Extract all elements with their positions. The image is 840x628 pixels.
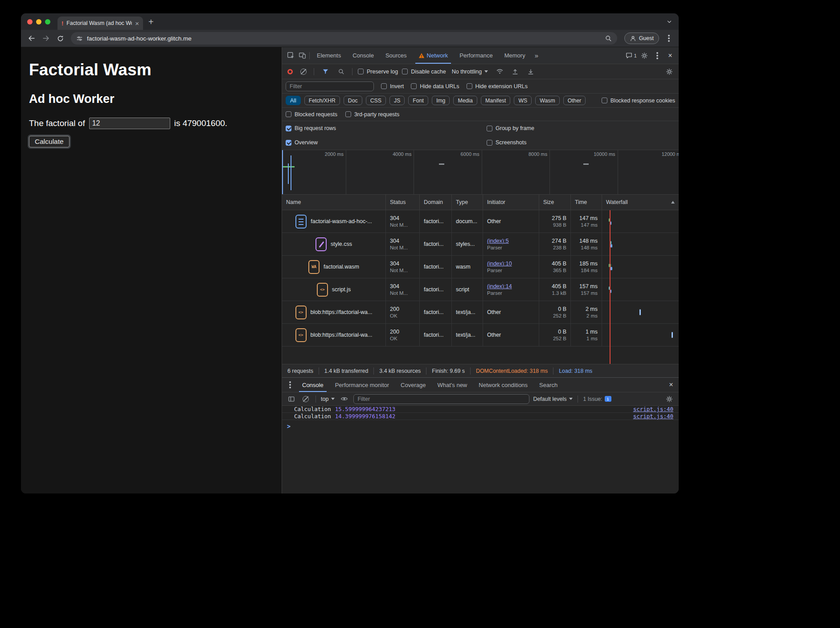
column-header-size[interactable]: Size <box>539 195 571 210</box>
devtools-tab-console[interactable]: Console <box>347 47 380 64</box>
filter-chip-all[interactable]: All <box>286 96 301 105</box>
export-har-icon[interactable] <box>525 66 537 77</box>
console-sidebar-icon[interactable] <box>286 393 297 405</box>
hide-data-urls-checkbox[interactable]: Hide data URLs <box>411 83 459 90</box>
drawer-tab-search[interactable]: Search <box>533 378 563 392</box>
back-button[interactable] <box>25 32 38 45</box>
filter-chip-js[interactable]: JS <box>389 96 405 105</box>
table-row[interactable]: <>script.js304Not M...factori...script(i… <box>282 278 679 301</box>
overview-checkbox[interactable]: Overview <box>286 135 487 150</box>
drawer-close-icon[interactable]: × <box>665 379 677 391</box>
timeline-brush-edge[interactable] <box>282 150 283 194</box>
filter-chip-media[interactable]: Media <box>453 96 477 105</box>
devtools-tab-elements[interactable]: Elements <box>311 47 347 64</box>
site-settings-icon[interactable] <box>76 35 83 42</box>
filter-chip-manifest[interactable]: Manifest <box>481 96 510 105</box>
screenshots-checkbox[interactable]: Screenshots <box>487 135 675 150</box>
blocked-requests-checkbox[interactable]: Blocked requests <box>286 111 337 118</box>
filter-chip-fetch-xhr[interactable]: Fetch/XHR <box>304 96 340 105</box>
issues-counter[interactable]: 1 Issue: 1 <box>583 396 611 402</box>
console-settings-gear-icon[interactable] <box>664 393 675 405</box>
filter-chip-doc[interactable]: Doc <box>344 96 362 105</box>
drawer-menu-icon[interactable] <box>289 384 291 386</box>
window-zoom-button[interactable] <box>45 19 50 24</box>
tab-close-icon[interactable]: × <box>135 20 139 27</box>
filter-icon[interactable] <box>320 66 331 77</box>
filter-chip-wasm[interactable]: Wasm <box>535 96 559 105</box>
column-header-name[interactable]: Name <box>282 195 386 210</box>
window-close-button[interactable] <box>27 19 33 24</box>
inspect-icon[interactable] <box>285 50 296 61</box>
table-row[interactable]: <>blob:https://factorial-wa...200OKfacto… <box>282 301 679 324</box>
disable-cache-checkbox[interactable]: Disable cache <box>402 69 446 75</box>
column-header-time[interactable]: Time <box>571 195 602 210</box>
settings-gear-icon[interactable] <box>639 50 650 61</box>
import-har-icon[interactable] <box>509 66 521 77</box>
network-overview-timeline[interactable]: 2000 ms4000 ms6000 ms8000 ms10000 ms1200… <box>282 150 679 195</box>
third-party-requests-checkbox[interactable]: 3rd-party requests <box>345 111 399 118</box>
drawer-tab-coverage[interactable]: Coverage <box>395 378 431 392</box>
network-filter-input[interactable] <box>286 82 374 91</box>
drawer-tab-performance-monitor[interactable]: Performance monitor <box>329 378 395 392</box>
filter-chip-img[interactable]: Img <box>432 96 450 105</box>
blocked-response-cookies-checkbox[interactable]: Blocked response cookies <box>602 98 675 104</box>
table-row[interactable]: style.css304Not M...factori...styles...(… <box>282 233 679 256</box>
console-source-link[interactable]: script.js:40 <box>633 406 673 412</box>
invert-checkbox[interactable]: Invert <box>381 83 404 90</box>
clear-network-log-icon[interactable] <box>300 69 307 75</box>
initiator-link[interactable]: (index):10 <box>487 261 535 267</box>
hide-extension-urls-checkbox[interactable]: Hide extension URLs <box>467 83 528 90</box>
preserve-log-checkbox[interactable]: Preserve log <box>358 69 398 75</box>
throttling-select[interactable]: No throttling <box>450 69 490 75</box>
initiator-link[interactable]: (index):5 <box>487 238 535 244</box>
network-conditions-icon[interactable] <box>494 66 505 77</box>
profile-button[interactable]: Guest <box>624 33 659 44</box>
column-header-domain[interactable]: Domain <box>420 195 452 210</box>
column-header-initiator[interactable]: Initiator <box>483 195 539 210</box>
search-icon[interactable] <box>335 66 347 77</box>
devtools-menu-icon[interactable] <box>656 55 658 57</box>
console-context-select[interactable]: top <box>321 396 335 402</box>
device-toolbar-icon[interactable] <box>296 50 308 61</box>
console-source-link[interactable]: script.js:40 <box>633 413 673 420</box>
console-prompt[interactable]: > <box>282 420 679 432</box>
filter-chip-css[interactable]: CSS <box>366 96 386 105</box>
issues-button[interactable]: 1 <box>626 52 637 59</box>
table-row[interactable]: <>blob:https://factorial-wa...200OKfacto… <box>282 324 679 347</box>
address-bar[interactable]: factorial-wasm-ad-hoc-worker.glitch.me <box>71 32 617 45</box>
initiator-link[interactable]: (index):14 <box>487 283 535 290</box>
more-tabs-button[interactable]: » <box>531 52 542 59</box>
console-filter-input[interactable] <box>353 394 529 404</box>
reload-button[interactable] <box>54 32 66 45</box>
group-by-frame-checkbox[interactable]: Group by frame <box>487 121 675 135</box>
drawer-tab-what-s-new[interactable]: What's new <box>431 378 473 392</box>
devtools-tab-performance[interactable]: Performance <box>454 47 498 64</box>
tab-search-button[interactable] <box>666 19 672 25</box>
filter-chip-other[interactable]: Other <box>563 96 586 105</box>
forward-button[interactable] <box>40 32 52 45</box>
column-header-type[interactable]: Type <box>452 195 483 210</box>
record-network-log-button[interactable] <box>287 69 293 74</box>
drawer-tab-network-conditions[interactable]: Network conditions <box>473 378 533 392</box>
zoom-icon[interactable] <box>605 35 612 42</box>
network-settings-gear-icon[interactable] <box>664 66 675 77</box>
filter-chip-font[interactable]: Font <box>408 96 428 105</box>
window-minimize-button[interactable] <box>36 19 41 24</box>
drawer-tab-console[interactable]: Console <box>296 378 329 392</box>
log-levels-select[interactable]: Default levels <box>533 396 573 402</box>
browser-tab[interactable]: ! Factorial Wasm (ad hoc Work × <box>57 16 143 30</box>
filter-chip-ws[interactable]: WS <box>514 96 532 105</box>
clear-console-icon[interactable] <box>303 396 309 402</box>
table-row[interactable]: factorial-wasm-ad-hoc-...304Not M...fact… <box>282 210 679 233</box>
devtools-tab-sources[interactable]: Sources <box>380 47 413 64</box>
big-request-rows-checkbox[interactable]: Big request rows <box>286 121 487 135</box>
calculate-button[interactable]: Calculate <box>29 136 70 147</box>
table-row[interactable]: WAfactorial.wasm304Not M...factori...was… <box>282 256 679 278</box>
devtools-close-icon[interactable]: × <box>664 50 676 61</box>
column-header-waterfall[interactable]: Waterfall <box>602 195 679 210</box>
factorial-input[interactable] <box>89 118 170 129</box>
eye-icon[interactable] <box>338 393 350 405</box>
devtools-tab-network[interactable]: Network <box>413 47 454 64</box>
column-header-status[interactable]: Status <box>386 195 420 210</box>
devtools-tab-memory[interactable]: Memory <box>499 47 531 64</box>
